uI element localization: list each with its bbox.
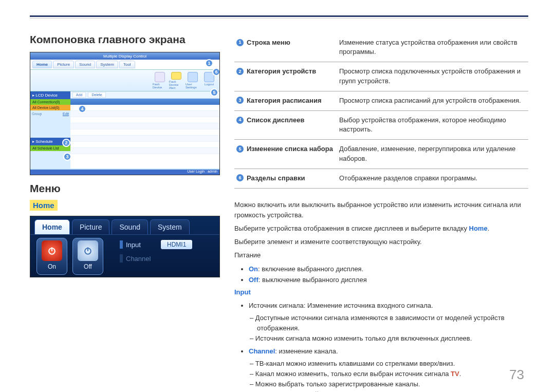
callout-4: 4 [78,105,86,113]
tool-user-settings[interactable]: User Settings [186,72,200,89]
add-button[interactable]: Add [72,92,86,98]
input-label: Input [126,241,161,249]
channel-bullet: Channel: изменение канала. [249,346,528,357]
source-bullet: Источник сигнала: Изменение источника вх… [249,301,528,311]
ch-dash4: Только для моделей, поддерживающих ТВ. [257,389,528,392]
page-number: 73 [509,367,524,383]
power-on-button[interactable]: On [36,238,67,275]
desc-p3: Выберите элемент и измените соответствую… [234,237,528,247]
on-bullet: On: включение выбранного дисплея. [249,264,528,274]
off-bullet: Off: выключение выбранного дисплея [249,275,528,285]
device-list-panel: Add Delete [70,91,219,169]
power-icon [78,240,98,261]
desc-p2: Выберите устройства отображения в списке… [234,223,528,234]
tab-system[interactable]: System [96,61,118,68]
tab-sound[interactable]: Sound [75,61,95,68]
ch-dash2: Канал можно изменить, только если выбран… [257,369,528,379]
side-all-device[interactable]: All Device List(0) [30,105,70,110]
ch-dash1: ТВ-канал можно изменить клавишами со стр… [257,359,528,369]
input-heading: Input [234,288,251,296]
s2-tab-sound[interactable]: Sound [112,219,147,234]
channel-label: Channel [126,255,161,263]
callout-2: 2 [62,139,70,147]
side-all-conn[interactable]: All Connection(0) [30,99,70,105]
callout-6: 6 [212,68,220,76]
src-dash2: Источник сигнала можно изменить только д… [257,333,528,344]
menu-heading: Меню [30,182,220,195]
main-heading: Компоновка главного экрана [30,33,220,46]
s2-tab-home[interactable]: Home [34,219,70,234]
power-off-button[interactable]: Off [72,238,103,275]
callout-3: 3 [63,153,71,161]
home-highlight: Home [30,200,58,211]
home-tab-screenshot: Home Picture Sound System On [30,216,220,277]
callout-1: 1 [205,59,213,67]
power-icon [42,240,62,261]
tab-picture[interactable]: Picture [53,61,74,68]
side-lcd-device: ▸ LCD Device [30,91,70,99]
desc-p1: Можно включить или выключить выбранное у… [234,200,528,220]
top-header-bar [30,15,528,19]
status-bar: User Login : admin [30,170,219,175]
s2-tab-system[interactable]: System [150,219,190,234]
tool-fault-alert[interactable]: Fault Device Alert [169,72,183,89]
toolbar: Fault Device Fault Device Alert User Set… [30,70,219,91]
s2-tab-picture[interactable]: Picture [72,219,110,234]
menu-bar: Home Picture Sound System Tool [30,60,219,70]
legend-table: 1Строка менюИзменение статуса устройства… [234,33,528,189]
callout-5: 5 [210,88,218,97]
power-label: Питание [234,250,528,260]
app-titlebar: Multiple Display Control [30,52,219,60]
src-dash1: Доступные источники сигнала изменяются в… [257,313,528,333]
main-screen-screenshot: Multiple Display Control Home Picture So… [30,52,220,175]
tab-home[interactable]: Home [32,61,52,68]
ch-dash3: Можно выбрать только зарегистрированные … [257,379,528,389]
tab-tool[interactable]: Tool [119,61,135,68]
tool-fault-device[interactable]: Fault Device [153,72,167,89]
delete-button[interactable]: Delete [88,92,105,98]
input-value[interactable]: HDMI1 [161,240,192,249]
